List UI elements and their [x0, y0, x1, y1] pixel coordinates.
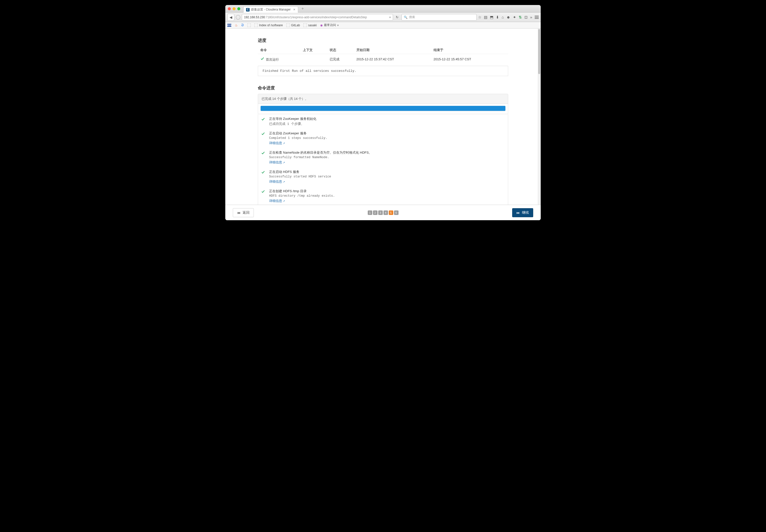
check-icon	[260, 57, 264, 62]
step-title: 正在创建 HDFS /tmp 目录	[269, 189, 505, 193]
browser-navbar: ◀ 192.168.53.230:7180/cmf/clusters/1/exp…	[225, 13, 541, 22]
sync-icon[interactable]: ⇅	[519, 15, 522, 20]
detail-link[interactable]: 详细信息 ↗	[269, 179, 285, 184]
skip-forward-icon: ⏭	[517, 211, 520, 215]
command-progress-title: 命令进度	[258, 85, 508, 91]
check-icon	[261, 132, 265, 137]
th-start: 开始日期	[354, 46, 431, 54]
downloads-icon[interactable]: ⬇	[496, 15, 499, 20]
maximize-window-icon[interactable]	[237, 7, 240, 10]
bookmarks-bar: MVN ♨ ᘐ Index of /software GitLab sasaki…	[225, 22, 541, 29]
scrollbar-track[interactable]	[538, 29, 541, 220]
section-progress-title: 进度	[258, 38, 508, 43]
check-icon	[261, 151, 265, 156]
step-desc: Completed 1 steps successfully.	[269, 136, 505, 140]
bookmark-recent[interactable]: ◉最常访问▾	[320, 23, 339, 27]
skip-back-icon: ⏮	[237, 211, 240, 215]
step-desc: 已成功完成 1 个步骤。	[269, 122, 505, 126]
step-desc: HDFS directory /tmp already exists.	[269, 194, 505, 198]
check-icon	[261, 170, 265, 175]
bookmark-swirl[interactable]: ᘐ	[241, 23, 244, 27]
bookmark-star-icon[interactable]: ☆	[478, 15, 482, 20]
window-titlebar: C 群集设置 - Cloudera Manager ✕ ＋	[225, 5, 541, 13]
search-box[interactable]: 🔍 搜索	[402, 14, 477, 21]
command-row: 首次运行 已完成 2015-12-22 15:37:42 CST 2015-12…	[258, 54, 508, 65]
menu-icon[interactable]	[535, 16, 539, 19]
scrollbar-thumb[interactable]	[538, 29, 540, 74]
more-icon[interactable]: »	[530, 15, 532, 19]
reload-button[interactable]: ↻	[395, 15, 400, 19]
pager-step-3[interactable]: 3	[378, 210, 383, 215]
th-ctx: 上下文	[300, 46, 327, 54]
url-path: :7180/cmf/clusters/1/express-add-service…	[265, 16, 367, 19]
th-end: 结束于	[431, 46, 508, 54]
finish-message: Finished First Run of all services succe…	[258, 66, 508, 76]
favicon-icon: C	[246, 8, 249, 12]
pocket-icon[interactable]: ⬒	[490, 15, 494, 20]
detail-link[interactable]: 详细信息 ↗	[269, 160, 285, 165]
bookmark-gitlab[interactable]: GitLab	[286, 24, 300, 27]
external-link-icon: ↗	[283, 161, 285, 164]
library-icon[interactable]: ▤	[484, 15, 488, 20]
url-host: 192.168.53.230	[244, 16, 265, 19]
external-link-icon: ↗	[283, 180, 285, 183]
new-tab-button[interactable]: ＋	[301, 6, 305, 11]
step-desc: Successfully started HDFS service	[269, 175, 505, 178]
external-link-icon: ↗	[283, 142, 285, 145]
back-button[interactable]: ◀	[227, 14, 234, 21]
home-icon[interactable]: ⌂	[502, 15, 504, 19]
continue-wizard-button[interactable]: ⏭ 继续	[512, 208, 533, 217]
detail-link[interactable]: 详细信息 ↗	[269, 199, 285, 203]
step-item: 正在检查 NameNode 的名称目录是否为空。仅在为空时格式化 HDFS。Su…	[258, 148, 508, 167]
url-bar[interactable]: 192.168.53.230:7180/cmf/clusters/1/expre…	[242, 14, 393, 21]
bookmark-index-software[interactable]: Index of /software	[254, 24, 283, 27]
paw-icon[interactable]: ✦	[513, 15, 516, 20]
tab-title: 群集设置 - Cloudera Manager	[251, 8, 291, 12]
pager-step-4[interactable]: 4	[384, 210, 388, 215]
minimize-window-icon[interactable]	[232, 7, 235, 10]
crop-icon[interactable]: ⊡	[525, 15, 528, 20]
chat-icon[interactable]: ☻	[507, 15, 511, 19]
wizard-footer: ⏮ 返回 123456 ⏭ 继续	[225, 205, 541, 220]
bookmark-sasaki[interactable]: sasaki	[303, 24, 317, 27]
step-title: 正在启动 ZooKeeper 服务	[269, 131, 505, 136]
step-item: 正在等待 ZooKeeper 服务初始化已成功完成 1 个步骤。	[258, 114, 508, 129]
back-wizard-button[interactable]: ⏮ 返回	[233, 208, 254, 217]
wizard-pager: 123456	[368, 210, 399, 215]
tab-close-icon[interactable]: ✕	[293, 8, 295, 11]
detail-link[interactable]: 详细信息 ↗	[269, 141, 285, 145]
url-dropdown-icon[interactable]: ▾	[389, 16, 391, 19]
pager-step-1[interactable]: 1	[368, 210, 372, 215]
progress-bar	[260, 106, 506, 111]
step-desc: Successfully formatted NameNode.	[269, 156, 505, 159]
th-status: 状态	[327, 46, 354, 54]
check-icon	[261, 117, 265, 122]
pager-step-5[interactable]: 5	[389, 210, 393, 215]
bookmark-mvn[interactable]: MVN	[227, 24, 231, 27]
step-item: 正在创建 HDFS /tmp 目录HDFS directory /tmp alr…	[258, 186, 508, 206]
search-placeholder: 搜索	[409, 15, 415, 19]
step-item: 正在启动 HDFS 服务Successfully started HDFS se…	[258, 167, 508, 186]
pager-step-6[interactable]: 6	[394, 210, 399, 215]
close-window-icon[interactable]	[228, 7, 231, 10]
browser-tab[interactable]: C 群集设置 - Cloudera Manager ✕	[243, 6, 298, 13]
bookmark-fire[interactable]: ♨	[235, 23, 238, 27]
command-table: 命令 上下文 状态 开始日期 结束于 首次运行 已完成 2015-12-22 1…	[258, 46, 508, 64]
th-cmd: 命令	[258, 46, 300, 54]
bookmark-empty1[interactable]	[247, 24, 251, 27]
search-icon: 🔍	[404, 16, 408, 19]
pager-step-2[interactable]: 2	[373, 210, 377, 215]
step-title: 正在启动 HDFS 服务	[269, 170, 505, 174]
steps-summary: 已完成 14 个步骤（共 14 个）。	[258, 94, 508, 104]
step-title: 正在检查 NameNode 的名称目录是否为空。仅在为空时格式化 HDFS。	[269, 150, 505, 155]
external-link-icon: ↗	[283, 200, 285, 202]
step-title: 正在等待 ZooKeeper 服务初始化	[269, 117, 505, 121]
step-item: 正在启动 ZooKeeper 服务Completed 1 steps succe…	[258, 129, 508, 148]
site-identity-icon[interactable]	[236, 15, 240, 20]
check-icon	[261, 189, 265, 195]
